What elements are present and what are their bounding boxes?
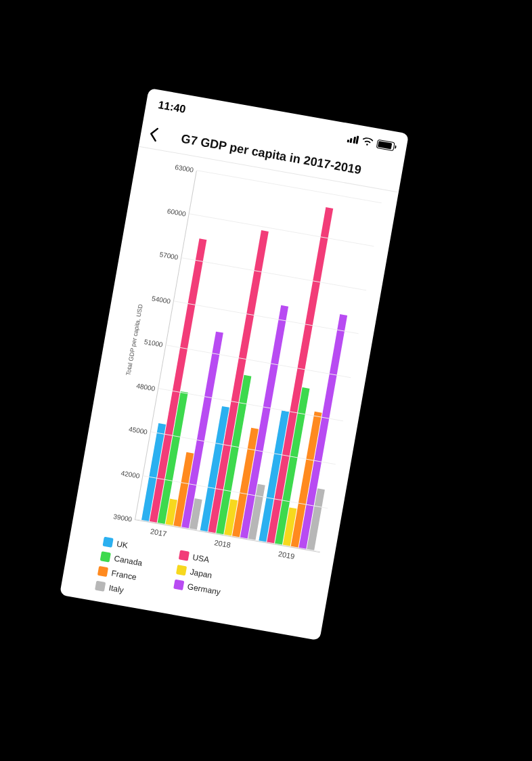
status-indicators [347,134,395,151]
wifi-icon [361,137,374,147]
legend-label: UK [116,539,129,550]
y-tick-label: 42000 [120,469,140,480]
y-tick-label: 60000 [167,207,186,218]
x-tick-label: 2017 [150,527,167,538]
y-tick-label: 57000 [159,251,179,261]
legend-label: Japan [190,567,213,580]
legend-swatch [176,565,187,575]
cellular-signal-icon [347,134,359,144]
legend-swatch [103,537,114,548]
chevron-left-icon [148,126,160,142]
y-tick-label: 54000 [151,295,171,305]
legend-swatch [179,550,190,561]
legend-label: France [111,568,137,582]
legend-label: Germany [187,582,221,596]
phone-frame: 11:40 G7 GDP per capita in 2017-2019 [60,88,409,640]
legend-label: Italy [108,583,125,595]
status-time: 11:40 [157,99,186,116]
y-tick-label: 51000 [143,338,163,349]
x-tick-label: 2018 [214,538,231,549]
chart-container: Total GDP per capita, USD 39000420004500… [60,147,399,641]
back-button[interactable] [147,118,161,149]
legend-swatch [100,551,111,562]
x-tick-label: 2019 [278,550,295,561]
legend-label: Canada [113,554,143,568]
y-tick-label: 63000 [175,163,194,174]
y-tick-label: 48000 [136,382,156,393]
legend-swatch [173,580,184,590]
legend-swatch [97,566,108,577]
y-tick-label: 45000 [128,425,148,436]
legend-swatch [95,581,106,592]
legend-label: USA [192,552,210,565]
battery-icon [376,139,395,150]
y-tick-label: 39000 [113,513,133,523]
